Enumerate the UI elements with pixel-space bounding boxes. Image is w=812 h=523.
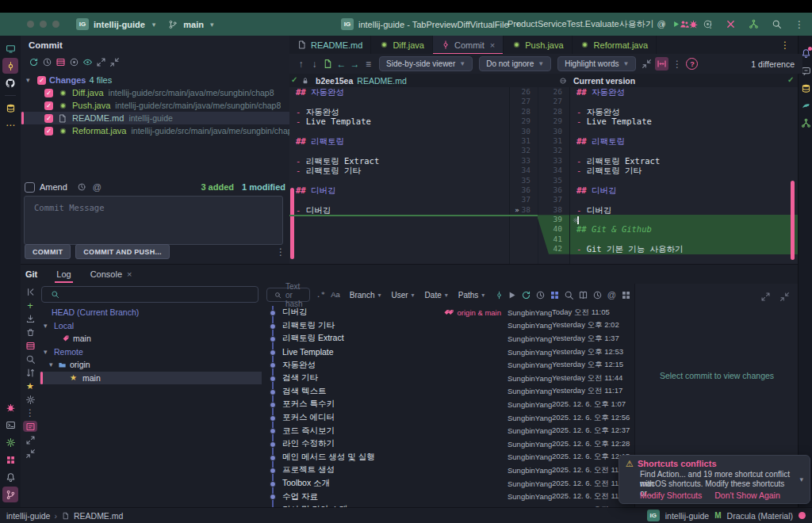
commit-row[interactable]: 검색 텍스트SungbinYangYesterday 오전 11:17 (262, 385, 634, 399)
right-scrollbar[interactable] (791, 181, 795, 260)
tab-commit[interactable]: Commit× (433, 36, 504, 54)
dont-show-again-link[interactable]: Don't Show Again (714, 491, 780, 500)
amend-checkbox[interactable] (25, 182, 35, 193)
more-h-icon[interactable]: ⋯ (2, 117, 18, 133)
up-icon[interactable]: ↑ (294, 57, 308, 71)
chevron-down-icon[interactable]: ▾ (44, 348, 52, 356)
down-icon[interactable]: ↓ (308, 57, 321, 71)
sync-scroll-icon[interactable] (655, 57, 668, 71)
commit-row[interactable]: 리팩토링 기타SungbinYangYesterday 오후 2:02 (262, 319, 634, 333)
history-icon[interactable] (75, 181, 88, 193)
breadcrumb-file[interactable]: README.md (74, 511, 123, 521)
filter-branch[interactable]: Branch▾ (350, 291, 381, 300)
branch-tree-row[interactable]: HEAD (Current Branch) (40, 306, 262, 319)
clock-icon[interactable] (591, 288, 603, 301)
commit-row[interactable]: 디버깅origin & mainSungbinYangToday 오전 11:0… (262, 306, 634, 319)
eye-icon[interactable] (81, 55, 94, 68)
accent-color-dot-icon[interactable] (799, 512, 806, 519)
database-icon[interactable] (799, 82, 812, 94)
left-change-marker[interactable] (290, 188, 294, 259)
changed-file-row[interactable]: ✓Push.javaintellij-guide/src/main/java/m… (21, 99, 289, 112)
filter-date[interactable]: Date▾ (425, 291, 448, 300)
services-icon[interactable] (2, 434, 18, 450)
book-icon[interactable] (576, 288, 589, 301)
kebab-icon[interactable]: ⋮ (23, 407, 37, 418)
changed-file-row[interactable]: ✓Diff.javaintellij-guide/src/main/java/m… (21, 86, 289, 99)
commit-row[interactable]: 프로젝트 생성SungbinYang2025. 12. 6. 오전 11:40 (262, 464, 634, 477)
history-icon[interactable] (534, 288, 546, 301)
run-configuration[interactable]: ProductServiceTest.Evaluate사용하기 (508, 18, 654, 30)
close-icon[interactable]: × (490, 40, 495, 50)
zoom-window-button[interactable] (52, 21, 59, 28)
theme-widget[interactable]: Dracula (Material) (727, 511, 793, 521)
diff-body[interactable]: ## 자동완성- 자동완성- Live Template## 리팩토링- 리팩토… (289, 87, 798, 264)
help-icon[interactable]: ? (685, 57, 699, 71)
file-checkbox[interactable]: ✓ (44, 89, 53, 97)
git-tab-console[interactable]: Console× (81, 265, 142, 284)
commit-row[interactable]: Toolbox 소개SungbinYang2025. 12. 6. 오전 11:… (262, 477, 634, 491)
commit-row[interactable]: 검색 기타SungbinYangYesterday 오전 11:44 (262, 372, 634, 385)
git-widget-branch[interactable]: intellij-guide (665, 511, 709, 521)
commit-and-push-button[interactable]: COMMIT AND PUSH... (75, 244, 170, 259)
at-icon[interactable]: @ (653, 17, 669, 32)
commit-row[interactable]: 메인 메서드 생성 및 실행SungbinYang2025. 12. 6. 오후… (262, 451, 634, 464)
shelf-icon[interactable] (54, 55, 67, 68)
collapse-all-icon[interactable] (108, 55, 121, 68)
changed-file-row[interactable]: ✓README.mdintellij-guide (21, 112, 289, 124)
viewer-mode-dropdown[interactable]: Side-by-side viewer▼ (379, 56, 473, 71)
branch-tree-row[interactable]: ▾origin (40, 358, 262, 372)
dependencies-icon[interactable] (745, 17, 761, 32)
search-icon[interactable] (768, 17, 784, 32)
window-title-widget[interactable]: IG intellij-guide - TabPreviewDiffVirtua… (341, 13, 519, 36)
tab-readme-md[interactable]: README.md (289, 36, 371, 54)
breadcrumb-project[interactable]: int​ellij-guide (6, 511, 50, 521)
collapse-all-icon[interactable] (23, 448, 37, 459)
branch-tree-row[interactable]: ★main (40, 372, 262, 385)
log-search-input[interactable]: Text or hash (266, 288, 310, 302)
changes-checkbox[interactable]: ✓ (37, 76, 46, 85)
chevron-down-icon[interactable]: ▾ (49, 361, 57, 368)
filter-user[interactable]: User▾ (391, 291, 414, 300)
download-icon[interactable] (23, 313, 37, 324)
collapse-left-icon[interactable] (23, 286, 37, 297)
refresh-icon[interactable] (27, 55, 40, 68)
modify-shortcuts-link[interactable]: Modify Shortcuts (640, 491, 702, 500)
expand-all-icon[interactable] (23, 434, 37, 445)
kebab-icon[interactable]: ⋮ (670, 57, 684, 71)
regex-toggle[interactable]: .* (316, 291, 325, 299)
chevron-down-icon[interactable]: ▾ (44, 322, 52, 330)
trash-icon[interactable] (23, 326, 37, 338)
tab-push-java[interactable]: Push.java (504, 36, 572, 54)
problems-icon[interactable] (2, 452, 18, 468)
settings-icon[interactable] (23, 394, 37, 405)
local-changes-icon[interactable] (23, 421, 37, 432)
commit-filter-icon[interactable] (492, 288, 505, 301)
commit-row[interactable]: 수업 자료SungbinYang2025. 12. 6. 오전 11:25 (262, 490, 634, 503)
grid-icon[interactable] (548, 288, 561, 301)
mention-icon[interactable]: @ (93, 183, 102, 192)
grid-icon[interactable] (619, 288, 632, 301)
commit-button[interactable]: COMMIT (25, 244, 71, 259)
branch-tree-row[interactable]: ▾Remote (40, 345, 262, 359)
commit-message-input[interactable]: Commit Message (24, 196, 283, 245)
highlight-mode-dropdown[interactable]: Highlight words▼ (557, 56, 636, 71)
prev-change-icon[interactable]: ← (335, 57, 348, 71)
users-icon[interactable] (676, 17, 692, 32)
github-icon[interactable] (2, 75, 18, 91)
file-checkbox[interactable]: ✓ (44, 127, 53, 136)
persistence-icon[interactable] (799, 99, 812, 112)
history-icon[interactable] (40, 55, 53, 68)
debug-icon[interactable] (2, 399, 18, 415)
at-icon[interactable]: @ (605, 288, 618, 301)
branch-widget[interactable]: main ▾ (167, 18, 213, 31)
commit-row[interactable]: 라인 수정하기SungbinYang2025. 12. 6. 오후 12:28 (262, 437, 634, 451)
jump-source-icon[interactable] (321, 57, 335, 71)
close-icon[interactable]: × (127, 269, 132, 279)
expand-notification-icon[interactable]: ▾ (799, 476, 803, 483)
star-icon[interactable]: ★ (23, 380, 37, 391)
project-widget[interactable]: IG intellij-guide ▾ (76, 18, 155, 30)
database-icon[interactable] (2, 100, 18, 116)
changes-node[interactable]: ▾ ✓ Changes 4 files (26, 75, 112, 85)
editor-tabs-more-button[interactable]: ⋮ (780, 40, 798, 50)
expand-all-icon[interactable] (757, 288, 773, 304)
